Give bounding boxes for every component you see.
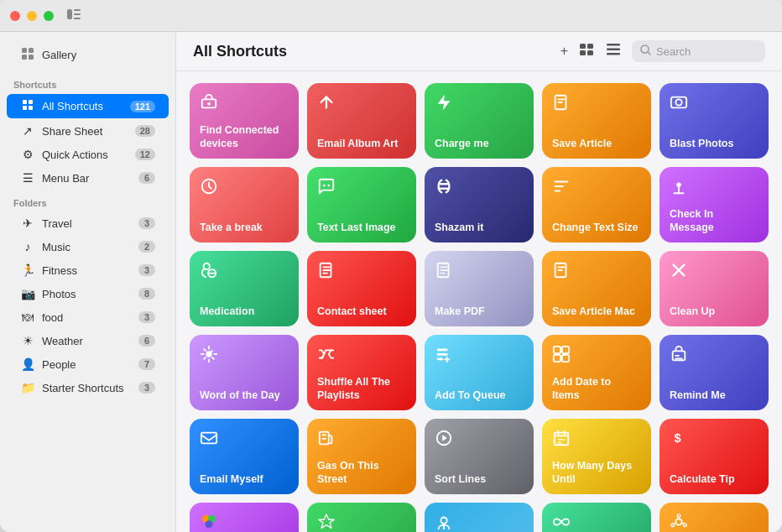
svg-point-68 <box>671 524 675 527</box>
shortcut-card-location-mother[interactable]: Location to Mother <box>425 503 534 532</box>
shortcut-card-change-text-size[interactable]: Change Text Size <box>542 167 651 243</box>
remind-me-icon <box>670 345 759 368</box>
sidebar-item-music[interactable]: ♪ Music 2 <box>7 236 169 258</box>
starter-shortcuts-badge: 3 <box>138 382 155 394</box>
medication-label: Medication <box>200 305 289 318</box>
save-article-mac-label: Save Article Mac <box>552 305 641 318</box>
search-box[interactable] <box>632 40 765 62</box>
sidebar-item-starter-shortcuts[interactable]: 📁 Starter Shortcuts 3 <box>7 377 169 399</box>
sidebar-item-menu-bar[interactable]: ☰ Menu Bar 6 <box>7 167 169 189</box>
svg-rect-0 <box>67 9 72 19</box>
shortcut-card-find-connected[interactable]: Find Connected devices <box>190 83 299 159</box>
shortcut-card-save-article[interactable]: Save Article <box>542 83 651 159</box>
shortcut-card-text-last-image[interactable]: Text Last Image <box>307 167 416 243</box>
email-album-icon <box>317 93 406 116</box>
grid-view-button[interactable] <box>580 44 595 59</box>
shortcut-card-add-date-items[interactable]: Add Date to Items <box>542 335 651 410</box>
svg-rect-13 <box>587 44 593 49</box>
shortcut-card-how-many-days[interactable]: How Many Days Until <box>542 419 651 494</box>
food-label: food <box>42 311 132 324</box>
maximize-button[interactable] <box>44 11 54 21</box>
svg-rect-45 <box>437 349 448 352</box>
sidebar-item-weather[interactable]: ☀ Weather 6 <box>7 330 169 352</box>
shuffle-playlists-label: Shuffle All The Playlists <box>317 375 406 403</box>
contact-sheet-label: Contact sheet <box>317 305 406 318</box>
svg-rect-2 <box>74 13 81 15</box>
how-many-days-icon <box>552 429 641 451</box>
shortcut-card-word-of-day[interactable]: Word of the Day <box>190 335 299 410</box>
shortcut-card-sort-lines[interactable]: Sort Lines <box>425 419 534 494</box>
shortcut-card-shazam-it[interactable]: Shazam it <box>425 167 534 243</box>
shortcut-card-calculate-tip[interactable]: $Calculate Tip <box>659 419 769 494</box>
close-button[interactable] <box>10 11 20 21</box>
shortcuts-grid: Find Connected devicesEmail Album ArtCha… <box>176 71 782 532</box>
shortcut-card-add-to-queue[interactable]: Add To Queue <box>425 335 534 410</box>
save-article-mac-icon <box>552 261 641 284</box>
shortcut-card-medication[interactable]: Medication <box>190 251 299 326</box>
all-shortcuts-label: All Shortcuts <box>42 100 123 112</box>
shortcut-card-charge-me[interactable]: Charge me <box>425 83 534 159</box>
gas-street-label: Gas On This Street <box>317 459 406 487</box>
travel-icon: ✈ <box>20 216 35 230</box>
all-shortcuts-badge: 121 <box>130 101 155 112</box>
shortcut-card-shuffle-playlists[interactable]: Shuffle All The Playlists <box>307 335 416 410</box>
sidebar-item-fitness[interactable]: 🏃 Fitness 3 <box>7 259 169 281</box>
shortcut-card-clean-up[interactable]: Clean Up <box>659 251 769 326</box>
shortcut-card-make-pdf[interactable]: Make PDF <box>425 251 534 326</box>
search-input[interactable] <box>656 45 757 58</box>
sidebar-item-people[interactable]: 👤 People 7 <box>7 353 169 375</box>
svg-point-64 <box>441 518 446 524</box>
svg-marker-56 <box>442 435 447 441</box>
weather-label: Weather <box>42 335 132 347</box>
shortcut-card-remind-me[interactable]: Remind Me <box>659 335 769 410</box>
svg-rect-50 <box>554 355 560 362</box>
content-header: All Shortcuts + <box>176 32 782 71</box>
shortcut-card-email-album[interactable]: Email Album Art <box>307 83 416 159</box>
search-icon <box>640 44 651 59</box>
shortcuts-section-label: Shortcuts <box>0 71 175 93</box>
food-icon: 🍽 <box>20 310 35 324</box>
menu-bar-icon: ☰ <box>20 171 35 185</box>
add-button[interactable]: + <box>560 44 568 59</box>
check-in-message-icon <box>670 177 759 200</box>
location-mother-icon <box>435 513 524 532</box>
main-layout: Gallery Shortcuts All Shortcuts 121 ↗ S <box>0 32 782 532</box>
shortcut-card-screenshots[interactable]: Screenshots <box>307 503 416 532</box>
sidebar-toggle-button[interactable] <box>67 8 81 23</box>
minimize-button[interactable] <box>27 11 37 21</box>
sidebar-item-gallery[interactable]: Gallery <box>7 42 169 68</box>
list-view-button[interactable] <box>607 44 620 59</box>
gas-street-icon <box>317 429 406 451</box>
check-in-message-label: Check In Message <box>670 207 759 235</box>
shortcut-card-content-graph[interactable]: Content Graph <box>659 503 769 532</box>
shortcut-card-save-article-mac[interactable]: Save Article Mac <box>542 251 651 326</box>
save-article-icon <box>552 93 641 116</box>
sidebar-item-share-sheet[interactable]: ↗ Share Sheet 28 <box>7 120 169 142</box>
svg-rect-46 <box>437 353 448 356</box>
shazam-it-icon <box>435 177 524 200</box>
charge-me-icon <box>435 93 524 116</box>
sidebar-item-travel[interactable]: ✈ Travel 3 <box>7 212 169 234</box>
sidebar-item-photos[interactable]: 📷 Photos 8 <box>7 283 169 305</box>
shortcut-card-email-myself[interactable]: Email Myself <box>190 419 299 494</box>
content-graph-icon <box>670 513 759 532</box>
sidebar-item-all-shortcuts[interactable]: All Shortcuts 121 <box>7 94 169 118</box>
svg-rect-18 <box>607 53 620 55</box>
svg-rect-48 <box>554 347 560 353</box>
svg-rect-17 <box>607 49 620 51</box>
page-title: All Shortcuts <box>193 43 560 60</box>
save-article-label: Save Article <box>552 137 641 150</box>
sidebar-item-quick-actions[interactable]: ⚙ Quick Actions 12 <box>7 143 169 165</box>
shortcut-card-gas-street[interactable]: Gas On This Street <box>307 419 416 494</box>
shortcut-card-check-in-message[interactable]: Check In Message <box>659 167 769 243</box>
shortcut-card-place-to-eat[interactable]: Place To Eat <box>190 503 299 532</box>
shortcut-card-contact-sheet[interactable]: Contact sheet <box>307 251 416 326</box>
svg-rect-7 <box>29 55 34 60</box>
people-icon: 👤 <box>20 357 35 371</box>
shortcut-card-infinite-loop[interactable]: Infinite Loop <box>542 503 651 532</box>
email-myself-label: Email Myself <box>200 472 289 486</box>
shortcut-card-blast-photos[interactable]: Blast Photos <box>659 83 769 159</box>
sidebar-item-food[interactable]: 🍽 food 3 <box>7 306 169 328</box>
email-album-label: Email Album Art <box>317 137 406 150</box>
shortcut-card-take-break[interactable]: Take a break <box>190 167 299 243</box>
